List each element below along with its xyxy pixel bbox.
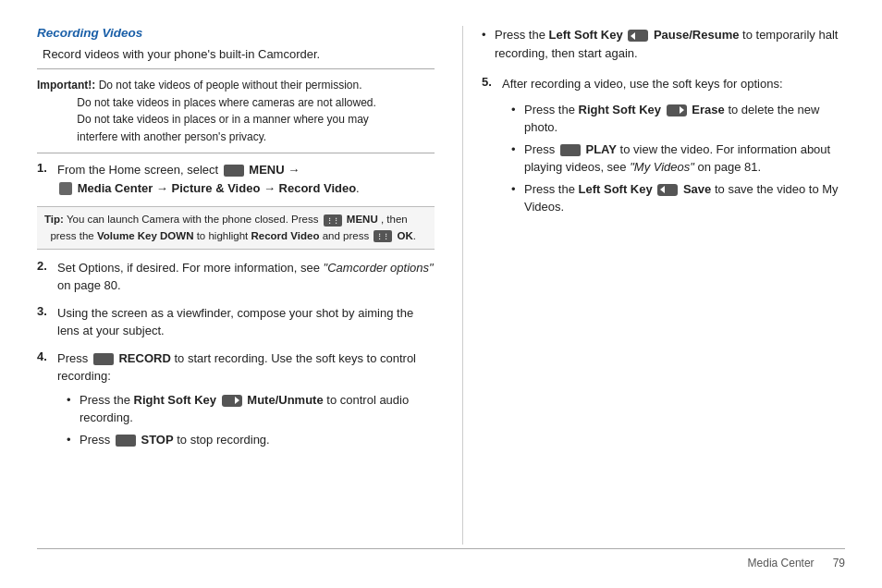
step-4-bullet-2: • Press STOP to stop recording.	[67, 431, 435, 449]
right-soft-key-label-1: Right Soft Key	[134, 393, 217, 407]
step-5-bullet-2: • Press PLAY to view the video. For info…	[511, 141, 845, 177]
mute-label: Mute/Unmute	[247, 393, 323, 407]
menu-label: MENU	[249, 163, 284, 177]
important-label: Important!:	[37, 79, 95, 92]
important-line-3: Do not take videos in places or in a man…	[37, 113, 369, 126]
right-soft-key-icon-1	[222, 395, 242, 407]
step-5-bullet-2-text: Press PLAY to view the video. For inform…	[524, 141, 845, 177]
important-box: Important!: Do not take videos of people…	[37, 77, 435, 145]
right-soft-key-icon-2	[667, 104, 687, 116]
step-2-num: 2.	[37, 259, 57, 273]
tip-menu-label: MENU	[347, 214, 378, 225]
step-5-bullets: • Press the Right Soft Key Erase to dele…	[511, 101, 845, 216]
tip-text-4: to highlight	[197, 230, 251, 241]
two-column-layout: Recording Videos Record videos with your…	[37, 26, 845, 545]
menu-small-icon: ⋮⋮	[324, 214, 342, 227]
intro-text: Record videos with your phone's built-in…	[43, 47, 435, 61]
step-5-bullet-3-text: Press the Left Soft Key Save to save the…	[524, 180, 845, 216]
step-5-content: After recording a video, use the soft ke…	[502, 75, 845, 220]
ok-icon: ⋮⋮	[374, 230, 392, 242]
left-soft-key-icon-2	[657, 184, 678, 196]
step-1-content: From the Home screen, select MENU → Medi…	[57, 161, 435, 197]
important-line-4: interfere with another person's privacy.	[37, 130, 266, 143]
step-5: 5. After recording a video, use the soft…	[482, 75, 845, 220]
pause-resume-bullets: • Press the Left Soft Key Pause/Resume t…	[482, 26, 845, 62]
play-label: PLAY	[585, 142, 616, 156]
play-button-icon	[560, 144, 581, 156]
tip-label: Tip:	[44, 214, 64, 225]
step-4-bullets: • Press the Right Soft Key Mute/Unmute t…	[67, 391, 435, 449]
step-4-content: Press RECORD to start recording. Use the…	[57, 349, 435, 453]
step-4-num: 4.	[37, 349, 57, 363]
record-label: RECORD	[118, 351, 170, 365]
nav-path: Media Center → Picture & Video → Record …	[78, 181, 356, 195]
step-4: 4. Press RECORD to start recording. Use …	[37, 349, 435, 453]
left-column: Recording Videos Record videos with your…	[37, 26, 462, 545]
divider-1	[37, 68, 435, 69]
bullet-dot-s5-3: •	[511, 180, 524, 216]
step-1: 1. From the Home screen, select MENU → M…	[37, 161, 435, 197]
my-videos-italic: "My Videos"	[630, 160, 694, 174]
left-soft-key-label-2: Left Soft Key	[579, 182, 653, 196]
stop-button-icon	[116, 435, 136, 447]
footer-divider	[37, 548, 845, 549]
step-3: 3. Using the screen as a viewfinder, com…	[37, 304, 435, 340]
step-2-text: Set Options, if desired. For more inform…	[57, 261, 324, 275]
tip-period: .	[413, 230, 416, 241]
bullet-dot-2: •	[67, 431, 80, 449]
step-5-bullet-1: • Press the Right Soft Key Erase to dele…	[511, 101, 845, 137]
bullet-dot-pause: •	[482, 26, 495, 62]
page: Recording Videos Record videos with your…	[0, 0, 882, 588]
step-4-bullet-1: • Press the Right Soft Key Mute/Unmute t…	[67, 391, 435, 427]
bullet-dot-1: •	[67, 391, 80, 427]
media-center-icon	[59, 182, 72, 195]
tip-box: Tip: You can launch Camera with the phon…	[37, 206, 435, 250]
bullet-dot-s5-2: •	[511, 141, 524, 177]
important-line-1: Do not take videos of people without the…	[99, 79, 362, 92]
step-4-text-1: Press	[57, 351, 92, 365]
step-5-num: 5.	[482, 75, 502, 89]
left-soft-key-icon	[628, 30, 648, 42]
step-5-bullet-1-text: Press the Right Soft Key Erase to delete…	[524, 101, 845, 137]
step-2: 2. Set Options, if desired. For more inf…	[37, 259, 435, 295]
tip-text-1: You can launch Camera with the phone clo…	[67, 214, 322, 225]
footer-label: Media Center	[748, 557, 815, 570]
left-soft-key-label: Left Soft Key	[549, 28, 623, 42]
tip-text-5: and press	[323, 230, 373, 241]
section-title: Recording Videos	[37, 26, 435, 40]
erase-label: Erase	[692, 103, 724, 116]
menu-button-icon	[224, 165, 244, 177]
save-label: Save	[683, 182, 711, 196]
pause-resume-label: Pause/Resume	[654, 28, 740, 42]
step-2-page: on page 80.	[57, 278, 121, 292]
tip-text-2: , then	[381, 214, 408, 225]
right-column: • Press the Left Soft Key Pause/Resume t…	[462, 26, 845, 545]
step-2-italic: "Camcorder options"	[324, 261, 434, 275]
record-button-icon	[93, 353, 114, 365]
bullet-2-text: Press STOP to stop recording.	[80, 431, 270, 449]
important-line-2: Do not take videos in places where camer…	[37, 96, 376, 109]
step-2-content: Set Options, if desired. For more inform…	[57, 259, 435, 295]
tip-volume-key: Volume Key DOWN	[97, 230, 194, 241]
step-1-num: 1.	[37, 161, 57, 175]
bullet-1-text: Press the Right Soft Key Mute/Unmute to …	[80, 391, 435, 427]
divider-2	[37, 153, 435, 153]
tip-record-video: Record Video	[251, 230, 320, 241]
step-3-content: Using the screen as a viewfinder, compos…	[57, 304, 435, 340]
pause-resume-bullet: • Press the Left Soft Key Pause/Resume t…	[482, 26, 845, 62]
tip-text-3: press the	[44, 230, 97, 241]
right-soft-key-label-2: Right Soft Key	[579, 103, 662, 116]
footer-page-num: 79	[833, 557, 845, 570]
step-5-text: After recording a video, use the soft ke…	[502, 77, 783, 91]
step-5-bullet-3: • Press the Left Soft Key Save to save t…	[511, 180, 845, 216]
step-3-num: 3.	[37, 304, 57, 318]
pause-resume-text: Press the Left Soft Key Pause/Resume to …	[495, 26, 845, 62]
bullet-dot-s5-1: •	[511, 101, 524, 137]
tip-ok-label: OK	[398, 230, 413, 241]
stop-label: STOP	[141, 433, 173, 447]
step-3-text: Using the screen as a viewfinder, compos…	[57, 306, 413, 338]
page-footer: Media Center 79	[37, 557, 845, 570]
